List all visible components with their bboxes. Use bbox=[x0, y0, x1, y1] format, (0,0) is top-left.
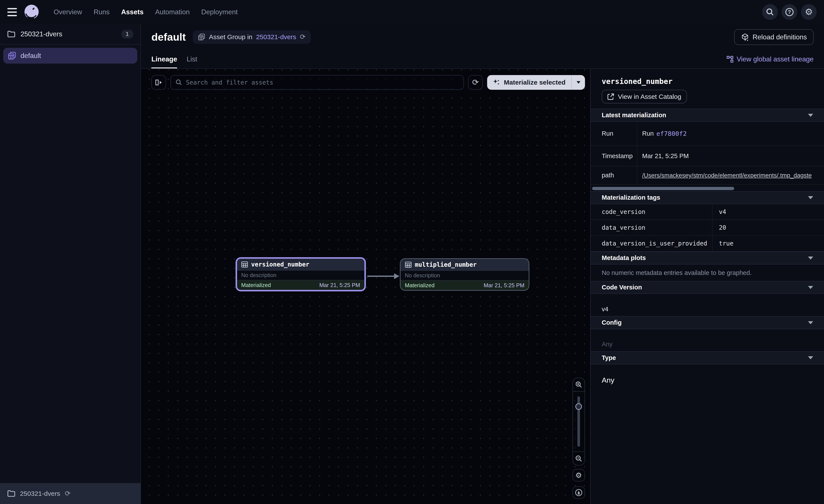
asset-search-box bbox=[171, 75, 464, 90]
expand-panel-button[interactable] bbox=[151, 75, 166, 90]
sidebar-footer-repo[interactable]: 250321-dvers ⟳ bbox=[0, 483, 140, 504]
chevron-down-icon bbox=[808, 257, 813, 260]
svg-text:?: ? bbox=[788, 9, 791, 15]
asset-node-name: multiplied_number bbox=[415, 261, 477, 268]
path-link[interactable]: /Users/smackesey/stm/code/elementl/exper… bbox=[642, 172, 812, 179]
asset-node-versioned-number[interactable]: versioned_number No description Material… bbox=[235, 257, 366, 291]
materialize-selected-label: Materialize selected bbox=[504, 79, 565, 86]
lineage-canvas[interactable]: ⟳ Materialize selected bbox=[141, 69, 590, 504]
table-row: data_version_is_user_provided true bbox=[591, 236, 824, 252]
hamburger-menu-icon[interactable] bbox=[7, 8, 17, 16]
reload-definitions-label: Reload definitions bbox=[752, 33, 807, 41]
refresh-graph-button[interactable]: ⟳ bbox=[468, 75, 483, 90]
materialized-timestamp: Mar 21, 5:25 PM bbox=[319, 282, 360, 288]
zoom-out-button[interactable] bbox=[573, 452, 585, 465]
code-version-value: v4 bbox=[591, 294, 824, 316]
refresh-icon[interactable]: ⟳ bbox=[300, 33, 305, 40]
nav-runs[interactable]: Runs bbox=[94, 8, 110, 16]
timestamp-row-value: Mar 21, 5:25 PM bbox=[637, 146, 824, 166]
tag-key: code_version bbox=[591, 204, 713, 220]
cube-reload-icon bbox=[741, 33, 749, 41]
view-global-asset-lineage-label: View global asset lineage bbox=[736, 55, 813, 63]
table-row: code_version v4 bbox=[591, 204, 824, 220]
graph-settings-button[interactable]: ⚙ bbox=[573, 469, 585, 482]
external-link-icon bbox=[607, 93, 614, 100]
asset-node-status-row: Materialized Mar 21, 5:25 PM bbox=[237, 280, 365, 290]
tag-value: true bbox=[713, 236, 824, 251]
refresh-icon: ⟳ bbox=[472, 79, 479, 86]
tab-list[interactable]: List bbox=[187, 50, 197, 69]
app-root: Overview Runs Assets Automation Deployme… bbox=[0, 0, 824, 504]
materialized-status: Materialized bbox=[241, 282, 271, 288]
section-materialization-tags[interactable]: Materialization tags bbox=[591, 191, 824, 205]
section-type[interactable]: Type bbox=[591, 351, 824, 365]
top-nav: Overview Runs Assets Automation Deployme… bbox=[0, 0, 824, 24]
section-latest-materialization[interactable]: Latest materialization bbox=[591, 109, 824, 122]
materialize-selected-split-button: Materialize selected bbox=[487, 75, 585, 90]
section-metadata-plots[interactable]: Metadata plots bbox=[591, 252, 824, 265]
run-prefix: Run bbox=[642, 130, 653, 137]
nav-deployment[interactable]: Deployment bbox=[201, 8, 237, 16]
chevron-down-icon bbox=[808, 286, 813, 289]
section-code-version[interactable]: Code Version bbox=[591, 281, 824, 294]
help-icon[interactable]: ? bbox=[782, 4, 797, 20]
tag-value: v4 bbox=[713, 204, 824, 220]
asset-node-description: No description bbox=[401, 270, 528, 281]
chip-prefix: Asset Group in bbox=[209, 33, 252, 41]
zoom-control-strip bbox=[573, 377, 585, 466]
download-icon bbox=[575, 489, 583, 496]
reload-definitions-button[interactable]: Reload definitions bbox=[734, 29, 813, 45]
zoom-in-icon bbox=[575, 381, 583, 388]
search-input[interactable] bbox=[186, 79, 459, 86]
metadata-plots-empty-message: No numeric metadata entries available to… bbox=[591, 265, 824, 281]
nav-overview[interactable]: Overview bbox=[54, 8, 82, 16]
asset-node-header: multiplied_number bbox=[401, 259, 528, 270]
chevron-down-icon bbox=[808, 356, 813, 359]
materialize-selected-button[interactable]: Materialize selected bbox=[487, 75, 571, 90]
asset-detail-title: versioned_number bbox=[602, 77, 813, 86]
materialize-options-caret[interactable] bbox=[572, 75, 585, 90]
chevron-down-icon bbox=[808, 196, 813, 199]
tab-lineage[interactable]: Lineage bbox=[151, 50, 177, 69]
run-id-link[interactable]: ef7800f2 bbox=[656, 130, 687, 137]
lineage-toolbar: ⟳ Materialize selected bbox=[151, 75, 585, 90]
table-icon bbox=[405, 261, 412, 268]
search-icon bbox=[175, 79, 182, 86]
section-title: Config bbox=[602, 319, 622, 326]
table-row: path /Users/smackesey/stm/code/elementl/… bbox=[591, 166, 824, 185]
nav-assets[interactable]: Assets bbox=[121, 8, 143, 16]
refresh-icon[interactable]: ⟳ bbox=[65, 490, 71, 497]
sidebar-repo-row[interactable]: 250321-dvers 1 bbox=[0, 24, 140, 45]
search-icon[interactable] bbox=[762, 4, 778, 20]
type-value: Any bbox=[591, 365, 824, 391]
asset-detail-panel: versioned_number View in Asset Catalog L… bbox=[590, 69, 824, 504]
main-area: default Asset Group in 250321-dvers ⟳ bbox=[141, 24, 824, 504]
settings-gear-icon[interactable]: ⚙ bbox=[801, 4, 817, 20]
asset-node-multiplied-number[interactable]: multiplied_number No description Materia… bbox=[400, 258, 529, 291]
lineage-edge-arrow bbox=[367, 271, 400, 281]
path-row-value: /Users/smackesey/stm/code/elementl/exper… bbox=[637, 166, 824, 184]
asset-group-icon bbox=[8, 51, 16, 60]
sidebar-item-default-group[interactable]: default bbox=[3, 48, 137, 64]
nav-automation[interactable]: Automation bbox=[155, 8, 190, 16]
lineage-graph-icon bbox=[727, 56, 733, 63]
gear-icon: ⚙ bbox=[576, 472, 582, 479]
view-global-asset-lineage-link[interactable]: View global asset lineage bbox=[727, 50, 814, 69]
table-icon bbox=[241, 261, 248, 268]
zoom-slider bbox=[573, 392, 585, 452]
download-graph-button[interactable] bbox=[573, 486, 585, 499]
page-header: default Asset Group in 250321-dvers ⟳ bbox=[141, 24, 824, 50]
table-row: Run Run ef7800f2 bbox=[591, 122, 824, 146]
horizontal-scrollbar[interactable] bbox=[592, 187, 734, 190]
view-in-asset-catalog-button[interactable]: View in Asset Catalog bbox=[602, 90, 687, 103]
section-config[interactable]: Config bbox=[591, 316, 824, 329]
zoom-slider-thumb[interactable] bbox=[575, 403, 582, 410]
zoom-in-button[interactable] bbox=[573, 378, 585, 391]
chip-repo-link[interactable]: 250321-dvers bbox=[256, 33, 296, 41]
sidebar: 250321-dvers 1 default 250321-dvers ⟳ bbox=[0, 24, 141, 504]
timestamp-row-key: Timestamp bbox=[591, 146, 637, 166]
tag-key: data_version_is_user_provided bbox=[591, 236, 713, 251]
dagster-logo[interactable] bbox=[23, 4, 40, 20]
table-row: data_version 20 bbox=[591, 220, 824, 236]
sparkles-icon bbox=[493, 79, 500, 86]
